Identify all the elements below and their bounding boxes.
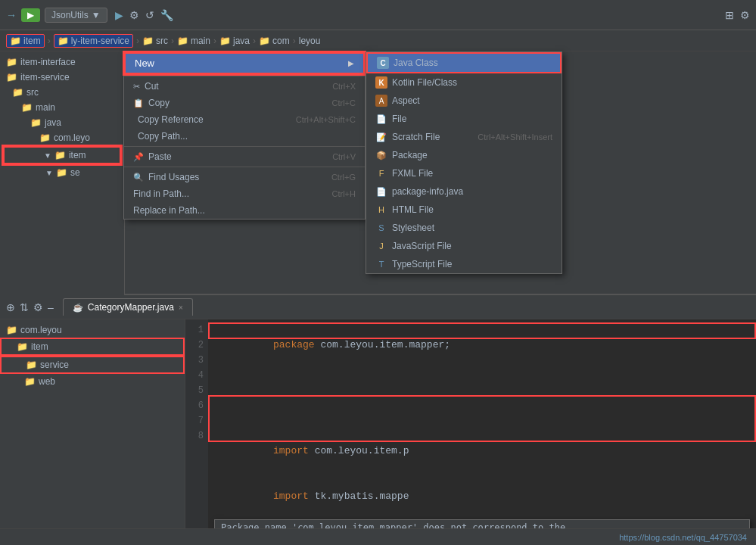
sidebar-item-se[interactable]: ▼ 📁 se (0, 165, 124, 180)
menu-item-find-usages[interactable]: 🔍 Find Usages Ctrl+G (124, 169, 365, 185)
top-main: 📁 item-interface 📁 item-service 📁 src 📁 … (0, 51, 756, 295)
bs-item-item[interactable]: 📁 item (0, 338, 185, 356)
tab-controls: ⊕ ⇅ ⚙ – (6, 301, 54, 313)
status-bar: https://blog.csdn.net/qq_44757034 (0, 528, 756, 545)
sidebar-item-interface[interactable]: 📁 item-interface (0, 54, 124, 70)
suggestion-popup: Package name 'com.leyou.item.mapper' doe… (214, 519, 750, 528)
folder-icon: 📁 (12, 87, 23, 98)
bs-item-service[interactable]: 📁 service (0, 356, 185, 374)
bs-item-web[interactable]: 📁 web (0, 374, 185, 389)
layout-icon[interactable]: ⊞ (725, 9, 734, 21)
ts-icon: T (375, 258, 387, 270)
line-num-5: 5 (198, 383, 204, 398)
aspect-icon: A (375, 95, 387, 107)
sidebar-item-main[interactable]: 📁 main (0, 100, 124, 115)
submenu-java-class[interactable]: C Java Class (366, 52, 562, 73)
line-num-1: 1 (198, 322, 204, 338)
submenu-html[interactable]: H HTML File (366, 201, 562, 219)
breadcrumb-item-leyou[interactable]: leyou (299, 36, 321, 46)
sort-icon[interactable]: ⇅ (20, 301, 29, 313)
submenu-package[interactable]: 📦 Package (366, 146, 562, 164)
folder-icon: 📁 (6, 57, 17, 67)
context-menu: New ▶ ✂ Cut Ctrl+X 📋 Copy Ctrl+C (123, 51, 366, 220)
code-line-4: import tk.mybatis.mappe (214, 474, 750, 519)
code-line-2: ⚠ (214, 368, 750, 428)
debug-icon[interactable]: ⚙ (129, 9, 139, 21)
sidebar-item-java[interactable]: 📁 java (0, 115, 124, 130)
menu-item-paste[interactable]: 📌 Paste Ctrl+V (124, 148, 365, 165)
paste-icon: 📌 (133, 152, 144, 162)
folder-icon: 📁 (54, 150, 66, 160)
status-url: https://blog.csdn.net/qq_44757034 (619, 533, 747, 542)
menu-item-replace-in-path[interactable]: Replace in Path... (124, 202, 365, 219)
tab-category-mapper[interactable]: ☕ CategoryMapper.java × (63, 298, 193, 316)
folder-icon: 📁 (177, 36, 188, 46)
sidebar-item-service[interactable]: 📁 item-service (0, 70, 124, 85)
submenu-fxml[interactable]: F FXML File (366, 164, 562, 182)
line-num-7: 7 (198, 413, 204, 428)
run-icon[interactable]: ▶ (115, 9, 123, 21)
code-editor: 1 2 3 4 5 6 7 8 package com.leyou.item.m… (185, 319, 756, 528)
submenu-kotlin-file[interactable]: K Kotlin File/Class (366, 73, 562, 92)
globe-icon[interactable]: ⊕ (6, 301, 15, 313)
menu-item-find-in-path[interactable]: Find in Path... Ctrl+H (124, 185, 365, 202)
run-button[interactable]: ▶ (21, 8, 40, 22)
submenu-scratch-file[interactable]: 📝 Scratch File Ctrl+Alt+Shift+Insert (366, 128, 562, 146)
breadcrumb-item-service[interactable]: 📁 ly-item-service (54, 34, 133, 48)
submenu-file[interactable]: 📄 File (366, 110, 562, 128)
back-arrow-icon[interactable]: → (6, 9, 17, 21)
menu-item-copy[interactable]: 📋 Copy Ctrl+C (124, 95, 365, 111)
suggestion-warning-text: Package name 'com.leyou.item.mapper' doe… (215, 520, 749, 528)
folder-icon: 📁 (259, 36, 270, 46)
file-icon: 📄 (375, 113, 387, 125)
submenu-package-info[interactable]: 📄 package-info.java (366, 182, 562, 201)
context-menu-new[interactable]: New ▶ (124, 52, 365, 74)
tree-expand-icon: ▼ (44, 151, 51, 160)
scratch-icon: 📝 (375, 131, 387, 143)
breadcrumb-item-src[interactable]: 📁 src (142, 36, 168, 46)
line-num-6: 6 (198, 398, 204, 413)
folder-icon: 📁 (6, 325, 17, 335)
folder-icon: 📁 (58, 36, 69, 46)
css-icon: S (375, 222, 387, 234)
settings-icon[interactable]: ⚙ (33, 301, 43, 313)
json-utils-label: JsonUtils (51, 10, 89, 20)
menu-item-cut[interactable]: ✂ Cut Ctrl+X (124, 78, 365, 95)
package-icon: 📦 (375, 149, 387, 161)
folder-icon: 📁 (24, 376, 36, 387)
menu-item-copy-reference[interactable]: Copy Reference Ctrl+Alt+Shift+C (124, 111, 365, 128)
bs-item-comleyou[interactable]: 📁 com.leyou (0, 322, 185, 338)
json-utils-dropdown[interactable]: JsonUtils ▼ (45, 8, 107, 23)
bottom-main: 📁 com.leyou 📁 item 📁 service 📁 web (0, 319, 756, 528)
folder-icon: 📁 (56, 167, 67, 178)
breadcrumb-item-main[interactable]: 📁 main (177, 36, 210, 46)
line-num-8: 8 (198, 428, 204, 444)
menu-separator-3 (124, 167, 365, 167)
package-info-icon: 📄 (375, 185, 387, 198)
settings-icon[interactable]: ⚙ (740, 9, 750, 21)
submenu-ts[interactable]: T TypeScript File (366, 255, 562, 273)
toolbar-icons: ▶ ⚙ ↺ 🔧 (115, 9, 173, 21)
submenu-stylesheet[interactable]: S Stylesheet (366, 219, 562, 237)
build-icon[interactable]: 🔧 (160, 9, 173, 21)
folder-icon: 📁 (10, 36, 21, 46)
find-icon: 🔍 (133, 173, 144, 182)
line-numbers: 1 2 3 4 5 6 7 8 (185, 319, 208, 528)
sidebar-item-src[interactable]: 📁 src (0, 85, 124, 100)
breadcrumb-item-item[interactable]: 📁 item (6, 34, 45, 48)
folder-icon: 📁 (219, 36, 231, 46)
tab-bar: ⊕ ⇅ ⚙ – ☕ CategoryMapper.java × (0, 295, 756, 319)
sidebar-item-comleyo[interactable]: 📁 com.leyo (0, 130, 124, 145)
code-content[interactable]: package com.leyou.item.mapper; ⚠ import … (208, 319, 756, 528)
submenu-aspect[interactable]: A Aspect (366, 92, 562, 110)
line-num-4: 4 (198, 368, 204, 383)
toolbar: → ▶ JsonUtils ▼ ▶ ⚙ ↺ 🔧 ⊞ ⚙ (0, 0, 756, 30)
tab-close-btn[interactable]: × (179, 304, 183, 312)
refresh-icon[interactable]: ↺ (145, 9, 154, 21)
breadcrumb-item-java[interactable]: 📁 java (219, 36, 250, 46)
minimize-icon[interactable]: – (48, 301, 54, 313)
sidebar-item-item[interactable]: ▼ 📁 item (3, 146, 121, 164)
submenu-js[interactable]: J JavaScript File (366, 237, 562, 255)
breadcrumb-item-com[interactable]: 📁 com (259, 36, 290, 46)
menu-item-copy-path[interactable]: Copy Path... (124, 128, 365, 145)
